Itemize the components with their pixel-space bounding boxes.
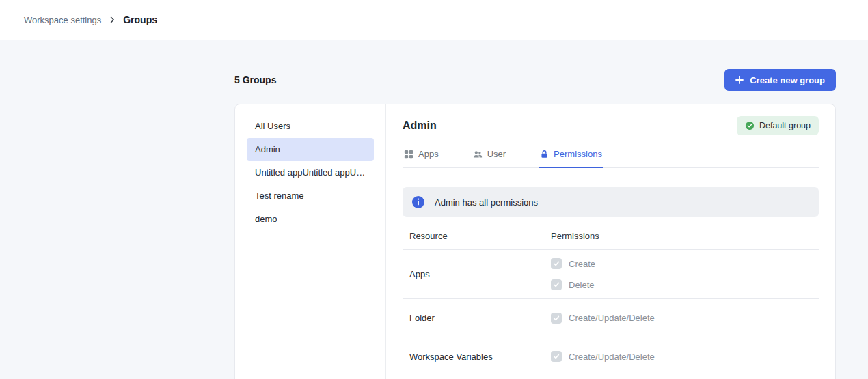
permission-cells: Create/Update/Delete — [551, 313, 812, 324]
delete-checkbox[interactable] — [551, 279, 562, 290]
group-item-all-users[interactable]: All Users — [247, 115, 374, 138]
groups-page: 5 Groups Create new group All Users Admi… — [234, 69, 836, 379]
apps-grid-icon — [404, 150, 413, 159]
create-new-group-label: Create new group — [750, 75, 825, 85]
lock-icon — [540, 150, 549, 158]
info-icon — [411, 195, 425, 209]
permission-entry-delete: Delete — [551, 279, 812, 290]
permissions-table-header: Resource Permissions — [403, 221, 819, 250]
breadcrumb-current-groups: Groups — [123, 14, 157, 25]
group-tabs: Apps User Permissions — [403, 143, 819, 168]
tab-user-label: User — [487, 149, 506, 159]
group-list: All Users Admin Untitled appUntitled app… — [235, 104, 386, 379]
table-row-workspace-variables: Workspace Variables Create/Update/Delete — [403, 337, 819, 376]
tab-user[interactable]: User — [472, 143, 507, 168]
tab-apps-label: Apps — [418, 149, 439, 159]
group-item-untitled-app[interactable]: Untitled appUntitled appUntitle... — [247, 161, 374, 184]
group-title: Admin — [403, 120, 437, 132]
table-row-folder: Folder Create/Update/Delete — [403, 299, 819, 337]
group-item-test-rename[interactable]: Test rename — [247, 184, 374, 208]
plus-icon — [735, 76, 744, 84]
breadcrumb-workspace-settings[interactable]: Workspace settings — [24, 15, 101, 25]
group-item-demo[interactable]: demo — [247, 208, 374, 231]
folder-cud-checkbox[interactable] — [551, 313, 562, 324]
create-checkbox[interactable] — [551, 258, 562, 269]
tab-apps[interactable]: Apps — [403, 143, 440, 168]
permission-entry-cud: Create/Update/Delete — [551, 313, 812, 324]
permissions-column-header: Permissions — [551, 231, 812, 241]
groups-card: All Users Admin Untitled appUntitled app… — [234, 104, 836, 379]
group-detail-panel: Admin Default group Apps — [386, 104, 835, 379]
default-group-badge: Default group — [737, 116, 819, 135]
tab-permissions[interactable]: Permissions — [539, 143, 603, 168]
check-circle-icon — [745, 121, 755, 130]
group-item-admin[interactable]: Admin — [247, 138, 374, 161]
table-row-apps: Apps Create Delete — [403, 250, 819, 299]
topbar: Workspace settings Groups — [0, 0, 868, 40]
users-icon — [473, 150, 483, 159]
default-group-badge-label: Default group — [759, 121, 811, 130]
resource-column-header: Resource — [409, 231, 551, 241]
permission-entry-create: Create — [551, 258, 812, 269]
permissions-table: Resource Permissions Apps Create — [403, 221, 819, 376]
permission-entry-cud: Create/Update/Delete — [551, 351, 812, 362]
group-panel-header: Admin Default group — [403, 115, 819, 136]
workspace-variables-cud-checkbox[interactable] — [551, 351, 562, 362]
permission-label: Create/Update/Delete — [569, 352, 655, 362]
permission-label: Create/Update/Delete — [569, 313, 655, 323]
permission-label: Create — [569, 259, 595, 269]
permission-cells: Create/Update/Delete — [551, 351, 812, 362]
groups-count-label: 5 Groups — [234, 74, 276, 85]
permission-label: Delete — [569, 280, 595, 290]
chevron-right-icon — [108, 16, 116, 24]
permission-cells: Create Delete — [551, 258, 812, 290]
permissions-info-banner: Admin has all permissions — [403, 187, 819, 217]
resource-name: Folder — [409, 313, 551, 323]
banner-text: Admin has all permissions — [435, 197, 538, 208]
page-header: 5 Groups Create new group — [234, 69, 836, 91]
create-new-group-button[interactable]: Create new group — [724, 69, 836, 91]
resource-name: Workspace Variables — [409, 352, 551, 362]
tab-permissions-label: Permissions — [554, 149, 602, 159]
resource-name: Apps — [409, 269, 551, 279]
